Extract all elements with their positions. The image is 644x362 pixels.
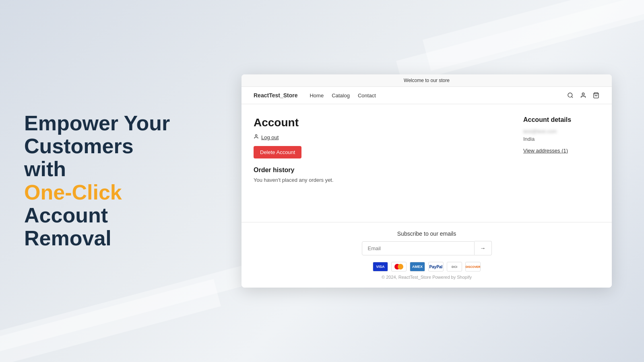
cart-icon[interactable]: [592, 92, 600, 99]
nav-catalog[interactable]: Catalog: [332, 93, 350, 99]
search-icon[interactable]: [567, 92, 574, 99]
subscribe-title: Subscribe to our emails: [254, 230, 600, 237]
copyright-text: © 2024, ReactTest_Store Powered by Shopi…: [254, 275, 600, 280]
email-submit-button[interactable]: →: [475, 241, 492, 255]
svg-point-3: [255, 135, 257, 136]
account-title: Account: [254, 116, 511, 129]
account-country: India: [523, 136, 600, 142]
headline-line5: Removal: [24, 226, 111, 250]
payment-icons: VISA AMEX PayPal DCI DISCOVER: [254, 262, 600, 272]
discover-icon: DISCOVER: [465, 262, 481, 272]
nav-contact[interactable]: Contact: [358, 93, 376, 99]
content-right: Account details test@test.com India View…: [523, 104, 612, 222]
logout-label: Log out: [261, 134, 279, 140]
store-logo: ReactTest_Store: [254, 92, 297, 99]
left-panel: Empower Your Customers with One-Click Ac…: [24, 112, 177, 250]
order-history-title: Order history: [254, 167, 511, 174]
account-icon[interactable]: [580, 92, 587, 99]
delete-account-button[interactable]: Delete Account: [254, 146, 301, 158]
announcement-bar: Welcome to our store: [242, 74, 612, 87]
paypal-icon: PayPal: [428, 262, 444, 272]
headline-line4: Account: [24, 204, 108, 227]
svg-point-1: [582, 93, 584, 95]
email-input[interactable]: [362, 241, 475, 255]
headline-line1: Empower Your: [24, 111, 170, 135]
content-left: Account Log out Delete Account Order his…: [242, 104, 523, 222]
main-content: Account Log out Delete Account Order his…: [242, 104, 612, 222]
logout-link[interactable]: Log out: [254, 134, 511, 140]
headline-line3: One-Click: [24, 181, 122, 204]
visa-icon: VISA: [373, 262, 388, 272]
store-window: Welcome to our store ReactTest_Store Hom…: [242, 74, 612, 288]
mastercard-icon: [391, 262, 407, 272]
logout-icon: [254, 134, 259, 140]
headline-line2: Customers with: [24, 135, 134, 181]
no-orders-text: You haven't placed any orders yet.: [254, 177, 511, 183]
subscribe-section: Subscribe to our emails →: [254, 230, 600, 255]
account-email: test@test.com: [523, 128, 600, 134]
view-addresses-link[interactable]: View addresses (1): [523, 148, 568, 154]
store-footer: Subscribe to our emails → VISA AMEX PayP…: [242, 222, 612, 288]
account-details-title: Account details: [523, 116, 600, 123]
amex-icon: AMEX: [410, 262, 425, 272]
headline: Empower Your Customers with One-Click Ac…: [24, 112, 177, 250]
diners-icon: DCI: [447, 262, 462, 272]
svg-point-0: [568, 93, 572, 97]
announcement-text: Welcome to our store: [404, 78, 450, 83]
nav-links: Home Catalog Contact: [310, 93, 567, 99]
nav-home[interactable]: Home: [310, 93, 324, 99]
nav-bar: ReactTest_Store Home Catalog Contact: [242, 87, 612, 104]
nav-icons: [567, 92, 600, 99]
email-subscribe-form: →: [254, 241, 600, 255]
